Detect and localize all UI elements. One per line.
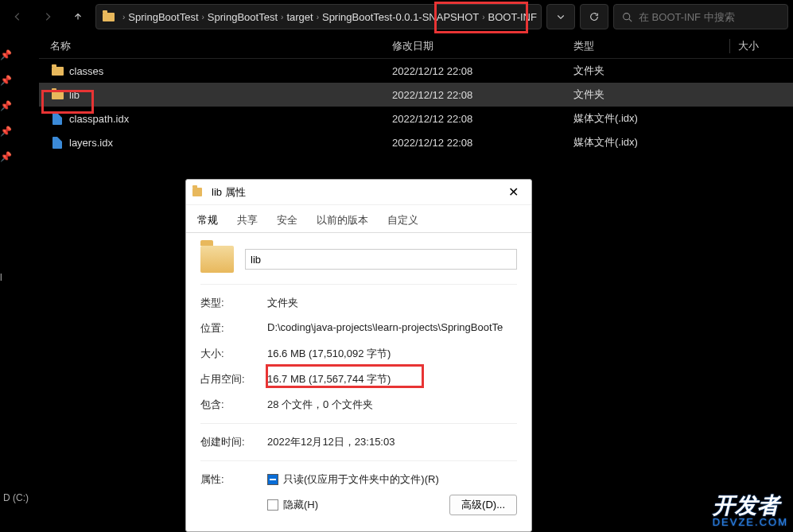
label-contains: 包含:: [200, 398, 267, 412]
breadcrumb-item[interactable]: SpringBootTest: [128, 11, 198, 23]
file-date: 2022/12/12 22:08: [392, 89, 573, 101]
pin-icon: 📌: [0, 151, 39, 162]
file-name: lib: [69, 89, 80, 101]
properties-dialog: lib 属性 ✕ 常规 共享 安全 以前的版本 自定义 类型:文件夹 位置:D:…: [185, 179, 532, 532]
col-size[interactable]: 大小: [729, 39, 793, 53]
sidebar-drive[interactable]: D (C:): [3, 492, 29, 503]
nav-back[interactable]: [5, 4, 30, 29]
folder-icon: [192, 185, 207, 200]
file-type: 媒体文件(.idx): [573, 111, 729, 126]
folder-icon: [50, 64, 64, 78]
breadcrumb[interactable]: › SpringBootTest › SpringBootTest › targ…: [95, 4, 542, 29]
table-row[interactable]: classes2022/12/12 22:08文件夹: [39, 59, 793, 83]
hidden-checkbox[interactable]: [267, 499, 278, 511]
label-size: 大小:: [200, 347, 267, 361]
value-created: 2022年12月12日，23:15:03: [267, 435, 517, 449]
file-icon: [50, 111, 64, 126]
label-size-on-disk: 占用空间:: [200, 372, 267, 386]
search-box[interactable]: [613, 4, 788, 29]
tab-general[interactable]: 常规: [192, 210, 223, 232]
table-row[interactable]: lib2022/12/12 22:08文件夹: [39, 83, 793, 107]
col-name[interactable]: 名称: [50, 39, 392, 53]
label-location: 位置:: [200, 321, 267, 336]
sidebar-personal[interactable]: rsonal: [0, 272, 2, 283]
search-input[interactable]: [639, 11, 779, 23]
dialog-title: lib 属性: [212, 185, 246, 200]
value-size: 16.6 MB (17,510,092 字节): [267, 347, 517, 361]
search-icon: [622, 12, 632, 22]
file-name: layers.idx: [69, 137, 113, 149]
col-date[interactable]: 修改日期: [392, 39, 573, 53]
col-type[interactable]: 类型: [573, 39, 729, 53]
dialog-titlebar: lib 属性 ✕: [186, 180, 531, 205]
svg-point-0: [624, 13, 630, 19]
folder-name-input[interactable]: [245, 249, 517, 270]
table-row[interactable]: layers.idx2022/12/12 22:08媒体文件(.idx): [39, 130, 793, 154]
value-size-on-disk: 16.7 MB (17,567,744 字节): [267, 372, 517, 386]
tab-customize[interactable]: 自定义: [383, 210, 423, 232]
folder-icon: [50, 87, 64, 102]
label-attributes: 属性:: [200, 472, 267, 523]
advanced-button[interactable]: 高级(D)...: [449, 495, 517, 515]
value-location: D:\coding\java-projects\learn-projects\S…: [267, 321, 517, 336]
toolbar: › SpringBootTest › SpringBootTest › targ…: [0, 0, 793, 33]
readonly-label: 只读(仅应用于文件夹中的文件)(R): [283, 472, 439, 487]
label-created: 创建时间:: [200, 435, 267, 449]
file-type: 文件夹: [573, 64, 729, 78]
nav-up[interactable]: [65, 4, 91, 29]
close-icon[interactable]: ✕: [501, 184, 525, 200]
tab-sharing[interactable]: 共享: [232, 210, 262, 232]
breadcrumb-item[interactable]: target: [286, 11, 313, 23]
pin-icon: 📌: [0, 100, 39, 111]
label-type: 类型:: [200, 296, 267, 310]
value-type: 文件夹: [267, 296, 517, 310]
folder-icon: [200, 246, 234, 273]
file-icon: [50, 135, 64, 150]
sidebar: 📌 📌 📌 📌 📌 rsonal D (C:): [0, 33, 39, 532]
file-type: 文件夹: [573, 87, 729, 102]
nav-forward[interactable]: [35, 4, 60, 29]
breadcrumb-item[interactable]: SpringBootTest-0.0.1-SNAPSHOT: [322, 11, 479, 23]
dialog-tabs: 常规 共享 安全 以前的版本 自定义: [186, 205, 531, 233]
file-date: 2022/12/12 22:08: [392, 113, 573, 125]
readonly-checkbox[interactable]: [267, 474, 278, 485]
watermark: 开发者 DEVZE.COM: [713, 495, 788, 527]
pin-icon: 📌: [0, 75, 39, 86]
breadcrumb-folder-icon: [103, 10, 115, 24]
hidden-label: 隐藏(H): [283, 498, 318, 512]
pin-icon: 📌: [0, 49, 39, 60]
column-headers: 名称 修改日期 类型 大小: [39, 33, 793, 59]
history-dropdown[interactable]: [546, 4, 575, 29]
pin-icon: 📌: [0, 126, 39, 137]
tab-previous[interactable]: 以前的版本: [312, 210, 373, 232]
file-date: 2022/12/12 22:08: [392, 137, 573, 149]
file-type: 媒体文件(.idx): [573, 135, 729, 150]
table-row[interactable]: classpath.idx2022/12/12 22:08媒体文件(.idx): [39, 107, 793, 130]
refresh-button[interactable]: [580, 4, 608, 29]
breadcrumb-item[interactable]: SpringBootTest: [208, 11, 278, 23]
tab-security[interactable]: 安全: [272, 210, 302, 232]
value-contains: 28 个文件，0 个文件夹: [267, 398, 517, 412]
file-date: 2022/12/12 22:08: [392, 65, 573, 77]
file-name: classpath.idx: [69, 113, 129, 125]
breadcrumb-item[interactable]: BOOT-INF: [488, 11, 537, 23]
file-name: classes: [69, 65, 103, 77]
chevron-right-icon: ›: [122, 13, 125, 21]
